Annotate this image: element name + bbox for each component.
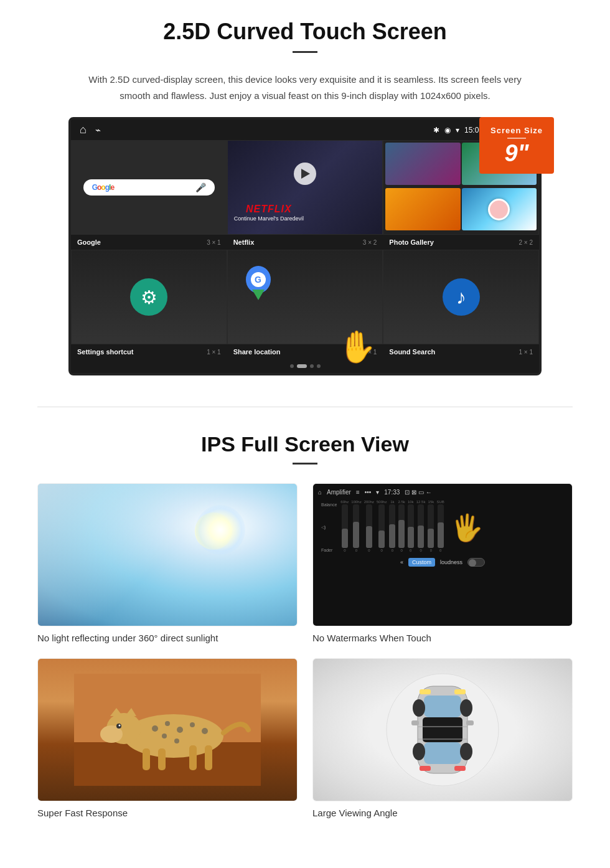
svg-point-38 [460, 699, 472, 717]
eq-bar-9: 15k 0 [428, 500, 434, 552]
svg-rect-28 [423, 717, 462, 742]
svg-point-16 [190, 722, 195, 727]
title-accent [293, 51, 317, 53]
eq-labels: Balance ◁) Fader [321, 502, 337, 552]
svg-rect-33 [420, 689, 431, 694]
location-icon: ◉ [444, 126, 451, 134]
feature-amplifier: ⌂ Amplifier ≡ ••• ▾ 17:33 ⊡ ⊠ ▭ ← Balanc… [312, 483, 573, 643]
netflix-play-button[interactable] [294, 163, 316, 185]
amp-toggle[interactable] [467, 558, 485, 567]
eq-fill-6 [398, 520, 405, 549]
badge-label: Screen Size [490, 126, 543, 135]
app-cell-netflix[interactable]: NETFLIX Continue Marvel's Daredevil [227, 140, 383, 235]
eq-bar-4: 500hz 0 [377, 500, 387, 552]
svg-rect-27 [424, 742, 461, 764]
wifi-icon: ▾ [456, 126, 459, 134]
sunlight-label: No light reflecting under 360° direct su… [37, 633, 298, 643]
car-image [313, 659, 572, 801]
bluetooth-icon: ✱ [433, 126, 439, 134]
svg-point-12 [119, 725, 121, 727]
curved-title: 2.5D Curved Touch Screen [37, 19, 573, 45]
cheetah-svg [74, 674, 261, 786]
car-svg [362, 668, 523, 792]
amp-custom-btn[interactable]: Custom [408, 558, 435, 567]
netflix-label: Netflix 3 × 2 [227, 235, 383, 250]
eq-label-fader: Fader [321, 548, 337, 552]
svg-rect-32 [466, 720, 474, 725]
app-cell-google[interactable]: Google 🎤 [71, 140, 227, 235]
netflix-size: 3 × 2 [363, 239, 377, 246]
music-name: Sound Search [389, 348, 435, 356]
amp-wifi: ▾ [376, 489, 379, 496]
amp-loudness-label: loudness [440, 559, 462, 565]
google-search-bar[interactable]: Google 🎤 [83, 179, 215, 196]
curved-desc: With 2.5D curved-display screen, this de… [87, 72, 523, 103]
dot-2 [297, 364, 307, 368]
amp-title: Amplifier [327, 489, 351, 496]
eq-bar-3: 200hz 0 [364, 500, 374, 552]
amplifier-image: ⌂ Amplifier ≡ ••• ▾ 17:33 ⊡ ⊠ ▭ ← Balanc… [313, 484, 572, 626]
dot-4 [317, 364, 321, 368]
eq-fill-sub [438, 522, 444, 548]
car-label: Large Viewing Angle [312, 808, 573, 818]
dot-3 [310, 364, 314, 368]
badge-divider [507, 138, 526, 139]
eq-bar-6: 2.5k 0 [398, 500, 405, 552]
music-icon: ♪ [443, 278, 480, 316]
svg-marker-3 [252, 290, 265, 300]
svg-rect-34 [454, 689, 466, 694]
eq-fill-9 [428, 529, 434, 548]
svg-rect-36 [454, 766, 466, 771]
eq-bar-8: 12.5k 0 [416, 500, 426, 552]
settings-name: Settings shortcut [77, 348, 133, 356]
feature-sunlight: No light reflecting under 360° direct su… [37, 483, 298, 643]
amp-touch-hand: 🖐 [451, 512, 483, 543]
netflix-text: NETFLIX [234, 204, 304, 215]
app-cell-music[interactable]: ♪ [383, 250, 539, 344]
amplifier-label: No Watermarks When Touch [312, 633, 573, 643]
gallery-label: Photo Gallery 2 × 2 [383, 235, 539, 250]
svg-point-40 [460, 743, 472, 760]
maps-name: Share location [233, 348, 281, 356]
app-cell-maps[interactable]: G 🤚 [227, 250, 383, 344]
app-grid-top: Google 🎤 NETFLIX [71, 140, 539, 235]
hand-pointer: 🤚 [337, 331, 376, 362]
device-frame: ⌂ ⌁ ✱ ◉ ▾ 15:06 ⊡ ◁) ⊠ ▭ [68, 117, 542, 375]
eq-fill-5 [389, 524, 395, 549]
google-thumbnail: Google 🎤 [72, 141, 227, 234]
app-cell-settings[interactable]: ⚙ [71, 250, 227, 344]
settings-label: Settings shortcut 1 × 1 [71, 344, 227, 359]
svg-point-37 [413, 699, 425, 717]
netflix-subtitle: Continue Marvel's Daredevil [234, 215, 304, 222]
google-name: Google [77, 238, 101, 246]
eq-bar-5: 1k 0 [389, 500, 395, 552]
sunlight-image [38, 484, 297, 626]
svg-point-18 [162, 734, 167, 738]
eq-bars: 60hz 0 100hz 0 [340, 502, 444, 552]
mic-icon[interactable]: 🎤 [195, 182, 206, 192]
home-icon[interactable]: ⌂ [80, 123, 87, 136]
amplifier-img-box: ⌂ Amplifier ≡ ••• ▾ 17:33 ⊡ ⊠ ▭ ← Balanc… [312, 483, 573, 626]
gallery-img-4 [462, 188, 537, 230]
amp-header: ⌂ Amplifier ≡ ••• ▾ 17:33 ⊡ ⊠ ▭ ← [318, 489, 567, 496]
app-labels-bottom: Settings shortcut 1 × 1 Share location 1… [71, 344, 539, 359]
gallery-img-1 [385, 143, 460, 185]
play-triangle-icon [301, 169, 310, 179]
screen-size-badge: Screen Size 9" [479, 117, 554, 174]
ips-accent [293, 463, 317, 465]
device-wrapper: Screen Size 9" ⌂ ⌁ ✱ ◉ ▾ 15:06 ⊡ ◁) ⊠ [68, 117, 542, 375]
badge-size: 9" [504, 140, 528, 166]
google-label: Google 3 × 1 [71, 235, 227, 250]
google-logo: Google [92, 183, 114, 192]
amp-time: 17:33 [384, 489, 400, 496]
netflix-logo-overlay: NETFLIX Continue Marvel's Daredevil [234, 204, 304, 222]
netflix-name: Netflix [233, 238, 255, 246]
section-curved: 2.5D Curved Touch Screen With 2.5D curve… [0, 0, 610, 388]
amp-home-icon: ⌂ [318, 489, 322, 496]
svg-rect-35 [420, 766, 431, 771]
amp-footer: « Custom loudness [400, 558, 485, 567]
eq-fill-2 [353, 522, 359, 548]
cheetah-label: Super Fast Response [37, 808, 298, 818]
eq-fill-4 [378, 531, 385, 548]
svg-rect-20 [143, 748, 150, 770]
